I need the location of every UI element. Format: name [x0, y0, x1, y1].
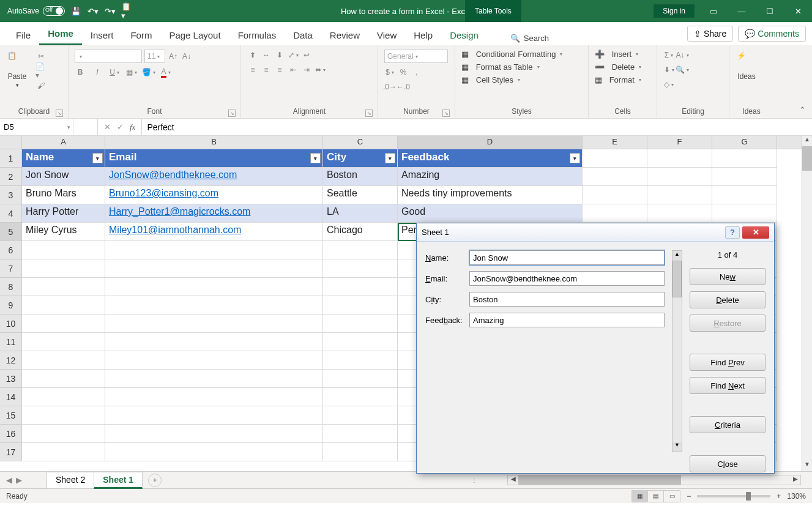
tab-view[interactable]: View — [368, 25, 405, 45]
row-header-4[interactable]: 4 — [0, 204, 22, 223]
share-button[interactable]: ⇪Share — [687, 26, 733, 42]
row-header-10[interactable]: 10 — [0, 315, 22, 333]
row-header-12[interactable]: 12 — [0, 351, 22, 370]
column-header-B[interactable]: B — [105, 136, 323, 149]
cell-C5[interactable]: Chicago — [323, 223, 398, 241]
scroll-up-icon[interactable]: ▲ — [802, 136, 812, 146]
cell-C10[interactable] — [323, 315, 398, 333]
form-criteria-button[interactable]: Criteria — [690, 416, 765, 433]
cell-B6[interactable] — [105, 241, 323, 259]
cell-A5[interactable]: Miley Cyrus — [22, 223, 105, 241]
ribbon-display-options-icon[interactable]: ▭ — [699, 0, 728, 22]
row-header-14[interactable]: 14 — [0, 388, 22, 406]
form-city-input[interactable] — [469, 292, 665, 307]
cell-C9[interactable] — [323, 296, 398, 315]
font-size-combobox[interactable]: 11 — [144, 50, 165, 63]
cell-A11[interactable] — [22, 333, 105, 351]
cell-B14[interactable] — [105, 388, 323, 406]
cell-E3[interactable] — [583, 186, 647, 204]
cell-C16[interactable] — [323, 425, 398, 443]
cell-F2[interactable] — [647, 168, 712, 186]
filter-dropdown-email[interactable]: ▾ — [310, 153, 321, 163]
cell-B3[interactable]: Bruno123@icansing.com — [105, 186, 323, 204]
cell-B16[interactable] — [105, 425, 323, 443]
row-header-16[interactable]: 16 — [0, 425, 22, 443]
ideas-button[interactable]: ⚡ Ideas — [733, 49, 760, 83]
merge-center-icon[interactable]: ⬌ — [315, 64, 326, 75]
cell-B2[interactable]: JonSnow@bendtheknee.com — [105, 168, 323, 186]
cell-A3[interactable]: Bruno Mars — [22, 186, 105, 204]
align-center-icon[interactable]: ≡ — [261, 64, 272, 75]
cell-G4[interactable] — [712, 204, 777, 223]
sheet-tab-sheet-2[interactable]: Sheet 2 — [47, 472, 94, 489]
cell-A12[interactable] — [22, 351, 105, 370]
format-cells-button[interactable]: ▦ Format — [595, 75, 641, 84]
cell-C11[interactable] — [323, 333, 398, 351]
italic-icon[interactable]: I — [92, 67, 103, 78]
increase-decimal-icon[interactable]: .0→ — [384, 81, 395, 92]
form-new-button[interactable]: New — [690, 268, 765, 285]
scroll-down-icon[interactable]: ▼ — [802, 461, 812, 471]
align-left-icon[interactable]: ≡ — [247, 64, 258, 75]
row-header-13[interactable]: 13 — [0, 370, 22, 388]
fill-color-icon[interactable]: 🪣 — [143, 67, 154, 78]
align-right-icon[interactable]: ≡ — [274, 64, 285, 75]
normal-view-button[interactable]: ▦ — [632, 491, 648, 502]
tab-page-layout[interactable]: Page Layout — [160, 25, 229, 45]
copy-icon[interactable]: 📄▾ — [35, 65, 47, 76]
scroll-right-icon[interactable]: ▶ — [790, 475, 800, 485]
find-select-icon[interactable]: 🔍 — [677, 64, 688, 75]
formula-bar[interactable]: Perfect — [142, 119, 812, 135]
maximize-icon[interactable]: ☐ — [756, 0, 784, 22]
cell-B17[interactable] — [105, 443, 323, 461]
tab-formulas[interactable]: Formulas — [229, 25, 285, 45]
fill-icon[interactable]: ⬇ — [663, 64, 674, 75]
cell-A13[interactable] — [22, 370, 105, 388]
cell-C14[interactable] — [323, 388, 398, 406]
cell-A9[interactable] — [22, 296, 105, 315]
tab-design[interactable]: Design — [441, 25, 487, 45]
orientation-icon[interactable]: ⤢ — [288, 50, 299, 61]
format-painter-icon[interactable]: 🖌 — [35, 80, 47, 91]
column-header-A[interactable]: A — [22, 136, 105, 149]
row-header-2[interactable]: 2 — [0, 168, 22, 186]
save-icon[interactable]: 💾 — [70, 5, 82, 17]
tab-insert[interactable]: Insert — [82, 25, 122, 45]
tab-file[interactable]: File — [7, 25, 39, 45]
accounting-format-icon[interactable]: $ — [384, 67, 395, 78]
form-email-input[interactable] — [469, 271, 665, 286]
cell-B9[interactable] — [105, 296, 323, 315]
underline-icon[interactable]: U — [109, 67, 120, 78]
filter-dropdown-name[interactable]: ▾ — [92, 153, 103, 163]
page-break-view-button[interactable]: ▭ — [664, 491, 680, 502]
increase-indent-icon[interactable]: ⇥ — [301, 64, 312, 75]
align-middle-icon[interactable]: ↔ — [261, 50, 272, 61]
cell-G3[interactable] — [712, 186, 777, 204]
filter-dropdown-city[interactable]: ▾ — [385, 153, 395, 163]
cell-B1[interactable]: Email▾ — [105, 149, 323, 168]
sheet-tab-sheet-1[interactable]: Sheet 1 — [94, 472, 143, 489]
cell-E4[interactable] — [583, 204, 647, 223]
number-launcher[interactable]: ↘ — [442, 110, 450, 117]
clear-icon[interactable]: ◇ — [663, 79, 674, 90]
cell-B11[interactable] — [105, 333, 323, 351]
tell-me-search[interactable]: 🔍 Search — [505, 31, 554, 45]
insert-cells-button[interactable]: ➕ Insert — [595, 50, 638, 59]
cell-D4[interactable]: Good — [398, 204, 583, 223]
bold-icon[interactable]: B — [75, 67, 86, 78]
decrease-indent-icon[interactable]: ⇤ — [288, 64, 299, 75]
record-scroll-down-icon[interactable]: ▼ — [672, 442, 682, 452]
row-header-6[interactable]: 6 — [0, 241, 22, 259]
font-launcher[interactable]: ↘ — [228, 110, 236, 117]
autosum-icon[interactable]: Σ — [663, 50, 674, 61]
zoom-level[interactable]: 130% — [787, 492, 806, 501]
signin-button[interactable]: Sign in — [654, 4, 695, 18]
form-qat-icon[interactable]: 📋▾ — [121, 5, 133, 17]
column-header-F[interactable]: F — [647, 136, 712, 149]
cell-D3[interactable]: Needs tiny improvements — [398, 186, 583, 204]
fx-icon[interactable]: fx — [130, 122, 135, 132]
cell-C13[interactable] — [323, 370, 398, 388]
increase-font-icon[interactable]: A↑ — [168, 51, 179, 62]
conditional-formatting-button[interactable]: ▦ Conditional Formatting — [461, 50, 562, 59]
cell-D2[interactable]: Amazing — [398, 168, 583, 186]
